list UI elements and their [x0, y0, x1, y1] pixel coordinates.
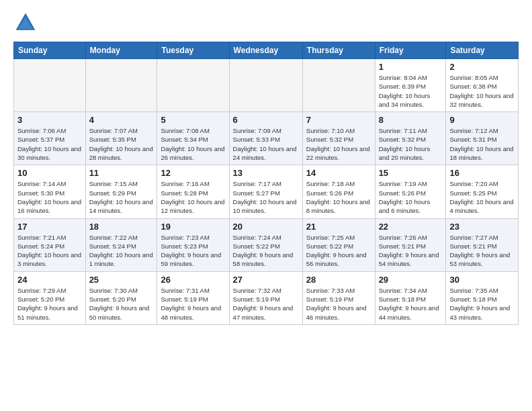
calendar-cell: 11Sunrise: 7:15 AM Sunset: 5:29 PM Dayli…: [85, 165, 157, 218]
day-number: 4: [89, 115, 154, 125]
calendar-cell: 30Sunrise: 7:35 AM Sunset: 5:18 PM Dayli…: [446, 271, 519, 324]
day-number: 19: [161, 222, 225, 232]
calendar-cell: 26Sunrise: 7:31 AM Sunset: 5:19 PM Dayli…: [157, 271, 229, 324]
day-number: 8: [379, 115, 443, 125]
calendar-cell: 8Sunrise: 7:11 AM Sunset: 5:32 PM Daylig…: [375, 112, 446, 165]
calendar-header-tuesday: Tuesday: [157, 42, 229, 59]
calendar-week-row: 24Sunrise: 7:29 AM Sunset: 5:20 PM Dayli…: [14, 271, 519, 324]
day-info: Sunrise: 7:25 AM Sunset: 5:22 PM Dayligh…: [306, 233, 371, 269]
calendar-cell: [14, 59, 86, 112]
day-info: Sunrise: 7:27 AM Sunset: 5:21 PM Dayligh…: [449, 233, 515, 269]
logo-icon: [13, 11, 38, 35]
day-info: Sunrise: 7:30 AM Sunset: 5:20 PM Dayligh…: [89, 286, 154, 322]
day-number: 1: [379, 62, 443, 72]
calendar-cell: 17Sunrise: 7:21 AM Sunset: 5:24 PM Dayli…: [14, 218, 86, 271]
day-info: Sunrise: 7:15 AM Sunset: 5:29 PM Dayligh…: [89, 179, 154, 215]
day-number: 23: [449, 222, 515, 232]
calendar-cell: 15Sunrise: 7:19 AM Sunset: 5:26 PM Dayli…: [375, 165, 446, 218]
day-number: 3: [17, 115, 82, 125]
day-number: 22: [379, 222, 443, 232]
day-number: 15: [379, 168, 443, 178]
day-info: Sunrise: 7:22 AM Sunset: 5:24 PM Dayligh…: [89, 233, 154, 269]
day-number: 24: [17, 275, 82, 285]
calendar-cell: [229, 59, 302, 112]
day-info: Sunrise: 7:19 AM Sunset: 5:26 PM Dayligh…: [379, 179, 443, 215]
calendar-header-sunday: Sunday: [14, 42, 86, 59]
calendar-header-row: SundayMondayTuesdayWednesdayThursdayFrid…: [14, 42, 519, 59]
calendar-cell: 14Sunrise: 7:18 AM Sunset: 5:26 PM Dayli…: [302, 165, 375, 218]
calendar-week-row: 10Sunrise: 7:14 AM Sunset: 5:30 PM Dayli…: [14, 165, 519, 218]
calendar-cell: 23Sunrise: 7:27 AM Sunset: 5:21 PM Dayli…: [446, 218, 519, 271]
calendar-cell: 22Sunrise: 7:26 AM Sunset: 5:21 PM Dayli…: [375, 218, 446, 271]
day-info: Sunrise: 7:07 AM Sunset: 5:35 PM Dayligh…: [89, 126, 154, 162]
calendar-header-wednesday: Wednesday: [229, 42, 302, 59]
calendar-cell: 13Sunrise: 7:17 AM Sunset: 5:27 PM Dayli…: [229, 165, 302, 218]
day-info: Sunrise: 7:29 AM Sunset: 5:20 PM Dayligh…: [17, 286, 82, 322]
day-number: 28: [306, 275, 371, 285]
day-info: Sunrise: 7:09 AM Sunset: 5:33 PM Dayligh…: [233, 126, 299, 162]
calendar-cell: 1Sunrise: 8:04 AM Sunset: 6:39 PM Daylig…: [375, 59, 446, 112]
calendar-week-row: 1Sunrise: 8:04 AM Sunset: 6:39 PM Daylig…: [14, 59, 519, 112]
day-info: Sunrise: 7:24 AM Sunset: 5:22 PM Dayligh…: [233, 233, 299, 269]
day-info: Sunrise: 7:20 AM Sunset: 5:25 PM Dayligh…: [449, 179, 515, 215]
day-number: 11: [89, 168, 154, 178]
calendar-cell: 27Sunrise: 7:32 AM Sunset: 5:19 PM Dayli…: [229, 271, 302, 324]
calendar-cell: 21Sunrise: 7:25 AM Sunset: 5:22 PM Dayli…: [302, 218, 375, 271]
day-info: Sunrise: 7:26 AM Sunset: 5:21 PM Dayligh…: [379, 233, 443, 269]
calendar-week-row: 3Sunrise: 7:06 AM Sunset: 5:37 PM Daylig…: [14, 112, 519, 165]
day-info: Sunrise: 7:18 AM Sunset: 5:26 PM Dayligh…: [306, 179, 371, 215]
day-info: Sunrise: 7:35 AM Sunset: 5:18 PM Dayligh…: [449, 286, 515, 322]
calendar-header-saturday: Saturday: [446, 42, 519, 59]
day-number: 17: [17, 222, 82, 232]
day-number: 13: [233, 168, 299, 178]
day-number: 30: [449, 275, 515, 285]
day-info: Sunrise: 8:04 AM Sunset: 6:39 PM Dayligh…: [379, 73, 443, 109]
day-number: 14: [306, 168, 371, 178]
calendar-cell: 9Sunrise: 7:12 AM Sunset: 5:31 PM Daylig…: [446, 112, 519, 165]
day-number: 6: [233, 115, 299, 125]
day-number: 27: [233, 275, 299, 285]
day-info: Sunrise: 7:08 AM Sunset: 5:34 PM Dayligh…: [161, 126, 225, 162]
calendar-cell: 19Sunrise: 7:23 AM Sunset: 5:23 PM Dayli…: [157, 218, 229, 271]
calendar-cell: 20Sunrise: 7:24 AM Sunset: 5:22 PM Dayli…: [229, 218, 302, 271]
calendar-cell: 2Sunrise: 8:05 AM Sunset: 6:38 PM Daylig…: [446, 59, 519, 112]
calendar-cell: 28Sunrise: 7:33 AM Sunset: 5:19 PM Dayli…: [302, 271, 375, 324]
calendar-cell: 5Sunrise: 7:08 AM Sunset: 5:34 PM Daylig…: [157, 112, 229, 165]
day-info: Sunrise: 7:16 AM Sunset: 5:28 PM Dayligh…: [161, 179, 225, 215]
calendar-cell: 7Sunrise: 7:10 AM Sunset: 5:32 PM Daylig…: [302, 112, 375, 165]
day-info: Sunrise: 7:23 AM Sunset: 5:23 PM Dayligh…: [161, 233, 225, 269]
calendar-cell: [85, 59, 157, 112]
day-info: Sunrise: 7:17 AM Sunset: 5:27 PM Dayligh…: [233, 179, 299, 215]
calendar-header-thursday: Thursday: [302, 42, 375, 59]
calendar-cell: 25Sunrise: 7:30 AM Sunset: 5:20 PM Dayli…: [85, 271, 157, 324]
day-info: Sunrise: 7:12 AM Sunset: 5:31 PM Dayligh…: [449, 126, 515, 162]
day-number: 7: [306, 115, 371, 125]
day-number: 16: [449, 168, 515, 178]
calendar-cell: 3Sunrise: 7:06 AM Sunset: 5:37 PM Daylig…: [14, 112, 86, 165]
calendar-cell: 4Sunrise: 7:07 AM Sunset: 5:35 PM Daylig…: [85, 112, 157, 165]
calendar: SundayMondayTuesdayWednesdayThursdayFrid…: [13, 42, 519, 325]
day-info: Sunrise: 7:31 AM Sunset: 5:19 PM Dayligh…: [161, 286, 225, 322]
day-number: 12: [161, 168, 225, 178]
calendar-cell: [302, 59, 375, 112]
day-number: 20: [233, 222, 299, 232]
day-number: 2: [449, 62, 515, 72]
day-info: Sunrise: 7:33 AM Sunset: 5:19 PM Dayligh…: [306, 286, 371, 322]
day-number: 18: [89, 222, 154, 232]
calendar-cell: 10Sunrise: 7:14 AM Sunset: 5:30 PM Dayli…: [14, 165, 86, 218]
day-number: 5: [161, 115, 225, 125]
calendar-cell: 16Sunrise: 7:20 AM Sunset: 5:25 PM Dayli…: [446, 165, 519, 218]
page: SundayMondayTuesdayWednesdayThursdayFrid…: [0, 0, 532, 336]
calendar-cell: 29Sunrise: 7:34 AM Sunset: 5:18 PM Dayli…: [375, 271, 446, 324]
day-info: Sunrise: 7:11 AM Sunset: 5:32 PM Dayligh…: [379, 126, 443, 162]
calendar-header-monday: Monday: [85, 42, 157, 59]
day-number: 21: [306, 222, 371, 232]
day-number: 29: [379, 275, 443, 285]
calendar-header-friday: Friday: [375, 42, 446, 59]
day-number: 10: [17, 168, 82, 178]
day-info: Sunrise: 7:10 AM Sunset: 5:32 PM Dayligh…: [306, 126, 371, 162]
day-number: 9: [449, 115, 515, 125]
calendar-cell: [157, 59, 229, 112]
day-info: Sunrise: 7:14 AM Sunset: 5:30 PM Dayligh…: [17, 179, 82, 215]
calendar-cell: 6Sunrise: 7:09 AM Sunset: 5:33 PM Daylig…: [229, 112, 302, 165]
